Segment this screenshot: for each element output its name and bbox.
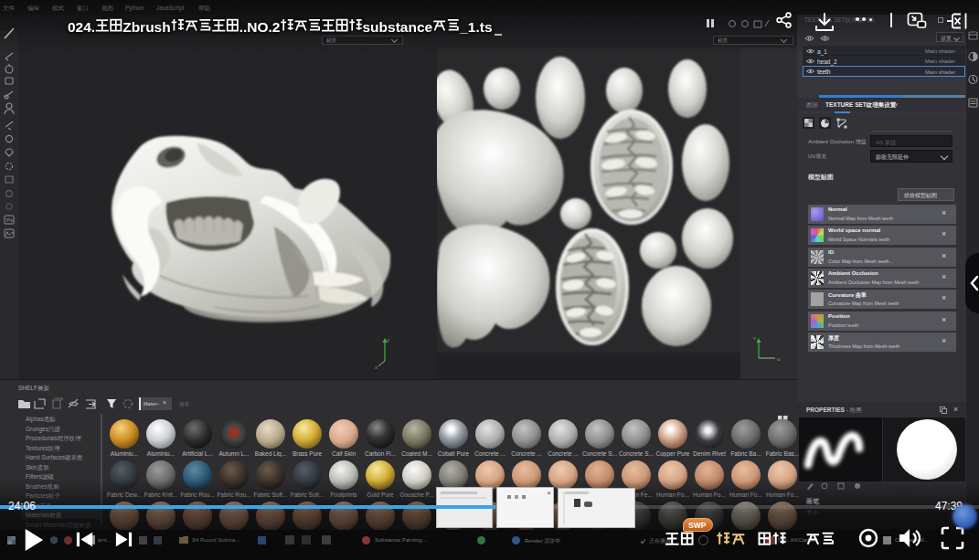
svg-text:x: x [375, 365, 378, 370]
svg-text:..NO.2: ..NO.2 [239, 19, 281, 35]
svg-text:024.: 024. [68, 19, 95, 35]
svg-text:u: u [777, 356, 780, 362]
svg-text:Zbrush: Zbrush [122, 19, 171, 35]
svg-text:v: v [753, 335, 756, 341]
svg-text:substance: substance [363, 19, 433, 35]
svg-text:Ps: Ps [6, 217, 13, 223]
svg-text:y: y [387, 337, 389, 343]
svg-text:_1.ts: _1.ts [459, 19, 492, 35]
